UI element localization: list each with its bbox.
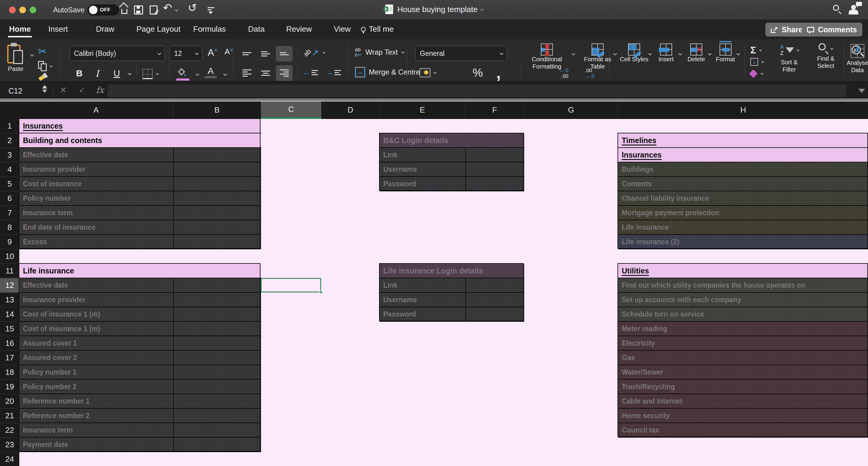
column-header-G[interactable]: G xyxy=(524,101,618,119)
row-header-21[interactable]: 21 xyxy=(0,409,19,423)
save-icon[interactable] xyxy=(134,4,143,14)
align-left-button[interactable] xyxy=(239,65,255,81)
cell-timelines-item-r6[interactable]: Chancel liability insurance xyxy=(618,191,868,206)
find-select-button[interactable]: Find & Select xyxy=(811,44,841,69)
cell-life-login-item-r13[interactable]: Username xyxy=(380,293,524,307)
cell-insurances-building-item-r5[interactable]: Cost of insurance xyxy=(19,177,261,191)
cell-bc-login-title-r2[interactable]: B&C Login details xyxy=(380,133,524,148)
cell-utilities-item-r15[interactable]: Meter reading xyxy=(618,322,868,336)
cell-insurances-building-item-r6[interactable]: Policy number xyxy=(19,191,261,206)
cell-utilities-item-r12[interactable]: Find out which utility companies the hou… xyxy=(618,278,868,293)
row-header-12[interactable]: 12 xyxy=(0,278,19,293)
fill-color-button[interactable] xyxy=(176,68,189,81)
cell-insurances-building-title-r1[interactable]: Insurances xyxy=(19,119,261,133)
save-as-icon[interactable] xyxy=(150,4,158,14)
tab-draw[interactable]: Draw xyxy=(96,25,114,34)
column-header-H[interactable]: H xyxy=(618,101,868,119)
column-header-B[interactable]: B xyxy=(173,101,261,119)
autosave-toggle[interactable]: OFF xyxy=(88,4,119,15)
align-bottom-button[interactable] xyxy=(276,46,293,62)
merge-centre-button[interactable]: ↔ Merge & Centre xyxy=(355,67,426,77)
font-color-button[interactable]: A xyxy=(205,66,217,78)
cell-life-insurance-item-r18[interactable]: Policy number 1 xyxy=(19,365,261,380)
tab-insert[interactable]: Insert xyxy=(48,25,68,34)
column-header-C[interactable]: C xyxy=(261,101,321,119)
italic-button[interactable]: I xyxy=(95,68,99,79)
format-cells-button[interactable]: Format xyxy=(716,43,735,63)
cell-life-insurance-item-r16[interactable]: Assured cover 1 xyxy=(19,336,261,351)
cell-timelines-title-r2[interactable]: Timelines xyxy=(618,133,868,148)
cancel-icon[interactable]: ✕ xyxy=(60,85,67,95)
row-header-1[interactable]: 1 xyxy=(0,119,19,133)
cell-timelines-item-r7[interactable]: Mortgage payment protection xyxy=(618,206,868,220)
row-header-2[interactable]: 2 xyxy=(0,133,19,148)
row-header-11[interactable]: 11 xyxy=(0,264,19,278)
accounting-chevron[interactable] xyxy=(433,71,436,74)
cell-utilities-item-r13[interactable]: Set up accounts with each company xyxy=(618,293,868,307)
delete-cells-button[interactable]: ✕ Delete xyxy=(687,43,705,63)
cell-utilities-item-r16[interactable]: Electricity xyxy=(618,336,868,351)
cell-life-insurance-item-r12[interactable]: Effective date xyxy=(19,278,261,293)
fill-down-icon[interactable]: ↓ xyxy=(750,58,763,66)
zoom-window-button[interactable] xyxy=(30,7,36,13)
cell-bc-login-item-r4[interactable]: Username xyxy=(380,162,524,177)
cut-icon[interactable]: ✂ xyxy=(38,45,47,57)
format-as-table-button[interactable]: Format as Table xyxy=(580,43,616,70)
cell-timelines-item-r9[interactable]: Life insurance (2) xyxy=(618,235,868,249)
underline-menu-chevron[interactable] xyxy=(128,71,132,75)
comma-style-icon[interactable]: , xyxy=(496,63,501,83)
clear-chevron[interactable] xyxy=(761,72,764,75)
cell-utilities-item-r20[interactable]: Cable and Internet xyxy=(618,394,868,409)
insert-cells-button[interactable]: ← Insert xyxy=(658,43,674,63)
cell-utilities-item-r14[interactable]: Schedule turn on service xyxy=(618,307,868,322)
name-box-stepper[interactable] xyxy=(42,85,47,93)
tab-data[interactable]: Data xyxy=(248,25,265,34)
formula-input[interactable] xyxy=(107,85,846,97)
fill-chevron[interactable] xyxy=(761,60,764,63)
decrease-font-icon[interactable]: A∨ xyxy=(224,47,233,57)
cell-utilities-title-r11[interactable]: Utilities xyxy=(618,264,868,278)
increase-indent-icon[interactable]: → xyxy=(326,68,341,77)
cell-insurances-building-item-r9[interactable]: Excess xyxy=(19,235,261,249)
tab-home[interactable]: Home xyxy=(9,25,31,34)
cell-life-login-item-r14[interactable]: Password xyxy=(380,307,524,322)
borders-menu-chevron[interactable] xyxy=(156,72,159,75)
autosum-icon[interactable]: Σ xyxy=(750,45,761,56)
clear-icon[interactable] xyxy=(750,71,763,77)
cell-timelines-item-r8[interactable]: Life insurance xyxy=(618,220,868,235)
borders-icon[interactable] xyxy=(143,69,158,79)
find-select-chevron[interactable] xyxy=(830,47,833,50)
cell-life-login-title-r11[interactable]: Life insurance Login details xyxy=(380,264,524,278)
cell-insurances-building-item-r3[interactable]: Effective date xyxy=(19,148,261,162)
comments-button[interactable]: Comments xyxy=(802,23,862,36)
tab-review[interactable]: Review xyxy=(286,25,312,34)
account-icon[interactable] xyxy=(849,4,861,15)
cell-life-insurance-item-r19[interactable]: Policy number 2 xyxy=(19,380,261,394)
tab-formulas[interactable]: Formulas xyxy=(193,25,226,34)
confirm-icon[interactable]: ✓ xyxy=(79,85,85,95)
cell-utilities-item-r17[interactable]: Gas xyxy=(618,351,868,365)
cell-life-insurance-item-r14[interactable]: Cost of insurance 1 (m) xyxy=(19,307,261,322)
align-top-button[interactable] xyxy=(239,46,255,62)
align-right-button[interactable] xyxy=(276,65,293,81)
row-header-19[interactable]: 19 xyxy=(0,380,19,394)
cell-life-insurance-item-r23[interactable]: Payment date xyxy=(19,438,261,452)
row-header-10[interactable]: 10 xyxy=(0,249,19,264)
cell-insurances-building-item-r7[interactable]: Insurance term xyxy=(19,206,261,220)
copy-menu-chevron[interactable] xyxy=(50,64,53,67)
tab-page-layout[interactable]: Page Layout xyxy=(136,25,181,34)
cell-utilities-item-r22[interactable]: Council tax xyxy=(618,423,868,438)
search-icon[interactable] xyxy=(833,5,842,14)
row-header-23[interactable]: 23 xyxy=(0,438,19,452)
format-painter-icon[interactable] xyxy=(39,75,50,80)
paste-menu-chevron[interactable] xyxy=(30,53,34,57)
cell-utilities-item-r19[interactable]: Trash/Recycling xyxy=(618,380,868,394)
row-header-16[interactable]: 16 xyxy=(0,336,19,351)
row-header-6[interactable]: 6 xyxy=(0,191,19,206)
insert-cells-chevron[interactable] xyxy=(679,52,682,56)
underline-button[interactable]: U xyxy=(114,68,120,79)
cell-life-insurance-item-r22[interactable]: Insurance term xyxy=(19,423,261,438)
row-header-24[interactable]: 24 xyxy=(0,452,19,466)
row-header-14[interactable]: 14 xyxy=(0,307,19,322)
analyse-data-button[interactable]: Analyse Data xyxy=(847,44,868,74)
